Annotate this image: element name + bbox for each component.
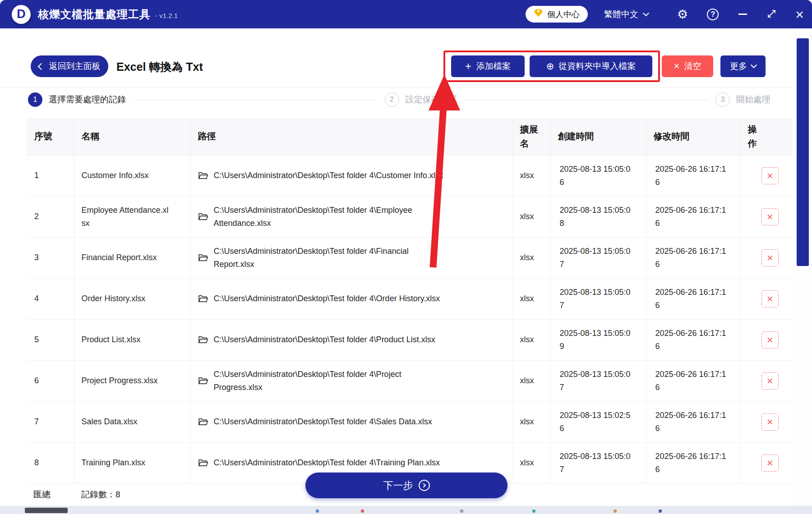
delete-icon: × <box>767 458 773 468</box>
file-extension: xlsx <box>512 155 550 196</box>
step-1-label: 選擇需要處理的記錄 <box>49 94 126 106</box>
taskbar-dot <box>316 509 319 513</box>
folder-icon <box>198 171 208 180</box>
created-time: 2025-08-13 15:05:07 <box>550 360 646 401</box>
delete-icon: × <box>767 252 773 263</box>
file-extension: xlsx <box>512 360 550 401</box>
step-2-label: 設定保存位置 <box>406 94 457 106</box>
maximize-button[interactable] <box>767 9 776 20</box>
created-time: 2025-08-13 15:05:09 <box>550 319 646 360</box>
row-index: 8 <box>27 442 74 483</box>
user-center-button[interactable]: 個人中心 <box>526 6 588 23</box>
help-icon: ? <box>710 10 715 18</box>
created-time: 2025-08-13 15:05:08 <box>550 196 646 237</box>
folder-icon <box>198 294 208 303</box>
delete-row-button[interactable]: × <box>761 331 779 349</box>
minimize-button[interactable] <box>738 14 747 15</box>
file-path-cell: C:\Users\Administrator\Desktop\Test fold… <box>190 237 512 278</box>
modified-time: 2025-06-26 16:17:16 <box>646 401 740 442</box>
back-label: 返回到主面板 <box>49 60 101 72</box>
file-path: C:\Users\Administrator\Desktop\Test fold… <box>214 368 451 394</box>
taskbar-dot <box>614 509 617 513</box>
delete-icon: × <box>767 294 773 304</box>
file-path-cell: C:\Users\Administrator\Desktop\Test fold… <box>190 319 512 360</box>
import-from-folder-button[interactable]: ⊕ 從資料夾中導入檔案 <box>530 55 652 77</box>
table-row: 3 Financial Report.xlsx C:\Users\Adminis… <box>27 237 792 278</box>
clear-label: 清空 <box>684 60 701 72</box>
clear-button[interactable]: × 清空 <box>662 55 713 77</box>
modified-time: 2025-06-26 16:17:16 <box>646 155 740 196</box>
delete-icon: × <box>767 376 773 386</box>
delete-row-button[interactable]: × <box>761 454 779 472</box>
operation-cell: × <box>740 196 792 237</box>
taskbar-dot <box>532 509 535 513</box>
header-modified: 修改時間 <box>646 118 740 155</box>
delete-row-button[interactable]: × <box>761 372 779 390</box>
created-time: 2025-08-13 15:02:56 <box>550 401 646 442</box>
step-2-circle: 2 <box>385 92 399 107</box>
created-time: 2025-08-13 15:05:07 <box>550 442 646 483</box>
file-path: C:\Users\Administrator\Desktop\Test fold… <box>214 333 435 346</box>
import-folder-label: 從資料夾中導入檔案 <box>558 60 636 72</box>
scrollbar-track[interactable] <box>793 28 812 506</box>
file-name: Project Progress.xlsx <box>74 360 190 401</box>
file-extension: xlsx <box>512 319 550 360</box>
header-index: 序號 <box>27 118 74 155</box>
modified-time: 2025-06-26 16:17:16 <box>646 319 740 360</box>
row-index: 7 <box>27 401 74 442</box>
close-button[interactable]: × <box>795 7 804 22</box>
folder-icon <box>198 418 208 426</box>
help-button[interactable]: ? <box>707 9 719 20</box>
file-extension: xlsx <box>512 196 550 237</box>
file-path: C:\Users\Administrator\Desktop\Test fold… <box>214 169 443 182</box>
table-row: 4 Order History.xlsx C:\Users\Administra… <box>27 278 792 319</box>
app-version: - v1.2.1 <box>155 9 178 19</box>
file-name: Product List.xlsx <box>74 319 190 360</box>
modified-time: 2025-06-26 16:17:16 <box>646 196 740 237</box>
file-path: C:\Users\Administrator\Desktop\Test fold… <box>214 292 440 305</box>
file-path-cell: C:\Users\Administrator\Desktop\Test fold… <box>190 278 512 319</box>
add-files-label: 添加檔案 <box>476 60 511 72</box>
more-button[interactable]: 更多 <box>720 55 766 77</box>
file-path: C:\Users\Administrator\Desktop\Test fold… <box>214 456 440 469</box>
step-divider <box>133 100 378 100</box>
file-extension: xlsx <box>512 401 550 442</box>
delete-row-button[interactable]: × <box>761 413 779 431</box>
created-time: 2025-08-13 15:05:06 <box>550 155 646 196</box>
step-1: 1 選擇需要處理的記錄 <box>28 92 126 107</box>
file-name: Training Plan.xlsx <box>74 442 190 483</box>
table-row: 2 Employee Attendance.xlsx C:\Users\Admi… <box>27 196 792 237</box>
gear-icon: ⚙ <box>677 7 688 21</box>
close-icon: × <box>795 7 804 22</box>
operation-cell: × <box>740 442 792 483</box>
scrollbar-thumb[interactable] <box>797 38 809 266</box>
delete-icon: × <box>767 335 773 345</box>
delete-row-button[interactable]: × <box>761 167 779 184</box>
record-count: 記錄數：8 <box>74 489 120 500</box>
main-content: 返回到主面板 Excel 轉換為 Txt + 添加檔案 ⊕ 從資料夾中導入檔案 … <box>0 28 812 506</box>
delete-row-button[interactable]: × <box>761 208 779 225</box>
language-selector[interactable]: 繁體中文 <box>604 9 648 20</box>
folder-icon <box>198 376 208 385</box>
created-time: 2025-08-13 15:05:07 <box>550 237 646 278</box>
file-name: Customer Info.xlsx <box>74 155 190 196</box>
taskbar-dot <box>659 509 662 513</box>
back-to-dashboard-button[interactable]: 返回到主面板 <box>31 55 108 77</box>
row-index: 6 <box>27 360 74 401</box>
folder-icon <box>198 459 208 467</box>
logo-letter: D <box>17 7 26 21</box>
delete-row-button[interactable]: × <box>761 290 779 307</box>
row-index: 2 <box>27 196 74 237</box>
created-time: 2025-08-13 15:05:07 <box>550 278 646 319</box>
file-path-cell: C:\Users\Administrator\Desktop\Test fold… <box>190 401 512 442</box>
step-indicator: 1 選擇需要處理的記錄 2 設定保存位置 3 開始處理 <box>28 92 770 107</box>
next-step-button[interactable]: 下一步 <box>305 473 508 498</box>
taskbar-dot <box>361 509 364 513</box>
file-table: 序號 名稱 路徑 擴展名 創建時間 修改時間 操作 1 Customer Inf… <box>27 118 792 484</box>
toolbar-divider <box>0 87 792 88</box>
step-2: 2 設定保存位置 <box>385 92 457 107</box>
delete-row-button[interactable]: × <box>761 249 779 266</box>
settings-button[interactable]: ⚙ <box>677 7 688 21</box>
modified-time: 2025-06-26 16:17:16 <box>646 237 740 278</box>
add-files-button[interactable]: + 添加檔案 <box>451 55 525 77</box>
